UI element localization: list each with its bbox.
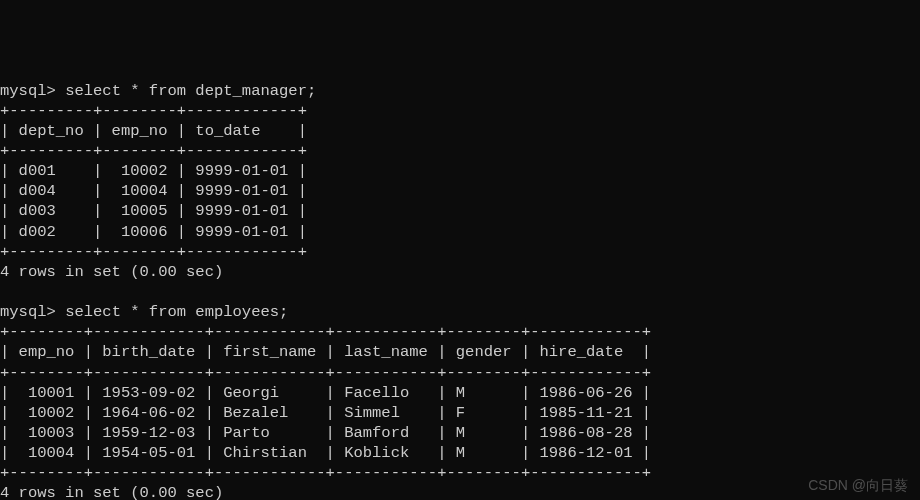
t2-border-bot: +--------+------------+------------+----… <box>0 464 651 482</box>
t1-border-bot: +---------+--------+------------+ <box>0 243 307 261</box>
t1-row: | d002 | 10006 | 9999-01-01 | <box>0 223 307 241</box>
t1-row: | d004 | 10004 | 9999-01-01 | <box>0 182 307 200</box>
t2-row: | 10002 | 1964-06-02 | Bezalel | Simmel … <box>0 404 651 422</box>
query-1: select * from dept_manager; <box>65 82 316 100</box>
t1-row: | d001 | 10002 | 9999-01-01 | <box>0 162 307 180</box>
t2-footer: 4 rows in set (0.00 sec) <box>0 484 223 500</box>
t2-border-top: +--------+------------+------------+----… <box>0 323 651 341</box>
t1-border-mid: +---------+--------+------------+ <box>0 142 307 160</box>
t2-header: | emp_no | birth_date | first_name | las… <box>0 343 651 361</box>
t1-border-top: +---------+--------+------------+ <box>0 102 307 120</box>
t2-row: | 10001 | 1953-09-02 | Georgi | Facello … <box>0 384 651 402</box>
mysql-prompt: mysql> <box>0 82 56 100</box>
t1-row: | d003 | 10005 | 9999-01-01 | <box>0 202 307 220</box>
mysql-prompt: mysql> <box>0 303 56 321</box>
t2-row: | 10004 | 1954-05-01 | Chirstian | Kobli… <box>0 444 651 462</box>
t2-row: | 10003 | 1959-12-03 | Parto | Bamford |… <box>0 424 651 442</box>
t1-header: | dept_no | emp_no | to_date | <box>0 122 307 140</box>
t1-footer: 4 rows in set (0.00 sec) <box>0 263 223 281</box>
query-2: select * from employees; <box>65 303 288 321</box>
watermark-text: CSDN @向日葵 <box>808 476 908 494</box>
t2-border-mid: +--------+------------+------------+----… <box>0 364 651 382</box>
